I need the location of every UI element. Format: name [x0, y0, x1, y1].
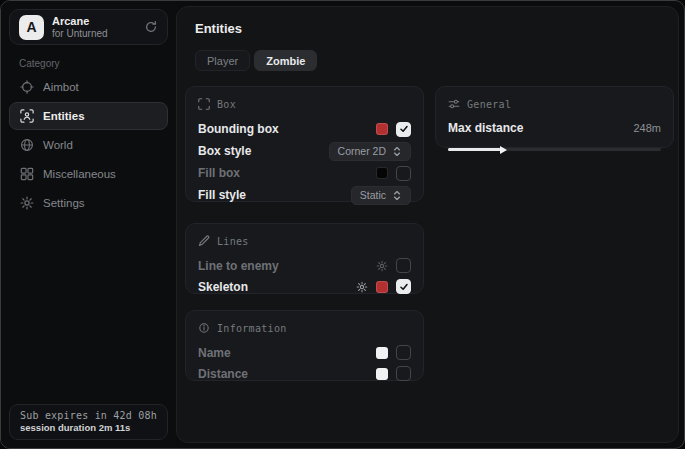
session-duration-text: session duration 2m 11s [20, 422, 157, 433]
brand-subtitle: for Unturned [52, 28, 136, 40]
box-card: Box Bounding box Box style Corner 2D [185, 86, 424, 202]
color-swatch[interactable] [376, 167, 388, 179]
slider-fill [448, 148, 501, 151]
setting-label: Line to enemy [198, 259, 279, 273]
sidebar-item-label: Aimbot [43, 81, 79, 93]
setting-row-fill-style: Fill style Static [198, 184, 411, 206]
chevrons-up-down-icon [392, 190, 402, 201]
fill-style-select[interactable]: Static [351, 186, 411, 205]
color-swatch[interactable] [376, 123, 388, 135]
card-title: General [467, 99, 511, 110]
sliders-icon [448, 98, 460, 110]
setting-row-fill-box: Fill box [198, 162, 411, 184]
brand-title: Arcane [52, 15, 136, 28]
line-settings-gear-icon[interactable] [356, 281, 368, 293]
refresh-icon[interactable] [144, 20, 158, 34]
slider-thumb[interactable] [500, 146, 507, 154]
scan-person-icon [20, 109, 34, 123]
pencil-line-icon [198, 235, 210, 247]
setting-label: Bounding box [198, 122, 279, 136]
setting-label: Max distance [448, 121, 523, 135]
setting-row-line-to-enemy: Line to enemy [198, 255, 411, 276]
page-title: Entities [195, 21, 242, 36]
chevrons-up-down-icon [392, 146, 402, 157]
box-card-header: Box [198, 96, 411, 112]
sidebar: A Arcane for Unturned Category Aimbot [1, 1, 176, 448]
sidebar-item-label: World [43, 139, 73, 151]
subscription-info: Sub expires in 42d 08h session duration … [9, 404, 168, 440]
sidebar-nav: Aimbot Entities World Miscellaneous [9, 73, 168, 217]
scan-frame-icon [198, 98, 210, 110]
color-swatch[interactable] [376, 368, 388, 380]
setting-row-skeleton: Skeleton [198, 276, 411, 297]
color-swatch[interactable] [376, 347, 388, 359]
sidebar-item-entities[interactable]: Entities [9, 102, 168, 130]
setting-label: Fill box [198, 166, 240, 180]
checkbox-unchecked[interactable] [396, 258, 411, 273]
gear-icon [20, 196, 34, 210]
setting-label: Skeleton [198, 280, 248, 294]
setting-row-box-style: Box style Corner 2D [198, 140, 411, 162]
checkbox-unchecked[interactable] [396, 366, 411, 381]
select-value: Static [360, 189, 386, 201]
checkbox-unchecked[interactable] [396, 345, 411, 360]
tab-player[interactable]: Player [195, 50, 250, 71]
box-style-select[interactable]: Corner 2D [329, 142, 411, 161]
brand-logo: A [19, 15, 44, 40]
setting-label: Fill style [198, 188, 246, 202]
general-card-header: General [448, 96, 661, 112]
globe-icon [20, 138, 34, 152]
max-distance-slider[interactable] [448, 145, 661, 153]
information-card-header: Information [198, 320, 411, 336]
tab-zombie[interactable]: Zombie [254, 50, 317, 71]
sidebar-item-world[interactable]: World [9, 131, 168, 159]
crosshair-icon [20, 80, 34, 94]
information-card: Information Name Distance [185, 310, 424, 381]
setting-label: Distance [198, 367, 248, 381]
sidebar-item-miscellaneous[interactable]: Miscellaneous [9, 160, 168, 188]
sidebar-item-settings[interactable]: Settings [9, 189, 168, 217]
general-card: General Max distance 248m [435, 86, 674, 148]
checkbox-checked[interactable] [396, 279, 411, 294]
card-title: Lines [217, 236, 249, 247]
category-label: Category [19, 58, 60, 69]
setting-row-max-distance: Max distance 248m [448, 118, 661, 138]
brand-text: Arcane for Unturned [52, 15, 136, 39]
card-title: Box [217, 99, 236, 110]
brand-card: A Arcane for Unturned [9, 9, 168, 45]
slider-value: 248m [633, 122, 661, 134]
sidebar-item-label: Settings [43, 197, 85, 209]
card-title: Information [217, 323, 287, 334]
brand-initial: A [26, 19, 36, 35]
sidebar-item-label: Entities [43, 110, 85, 122]
info-target-icon [198, 322, 210, 334]
layout-grid-icon [20, 167, 34, 181]
entity-tabs: Player Zombie [195, 50, 317, 71]
color-swatch[interactable] [376, 281, 388, 293]
setting-label: Name [198, 346, 231, 360]
setting-row-name: Name [198, 342, 411, 363]
sidebar-item-aimbot[interactable]: Aimbot [9, 73, 168, 101]
main-panel: Entities Player Zombie Box Bounding box [176, 6, 679, 443]
sidebar-item-label: Miscellaneous [43, 168, 116, 180]
sub-expiry-text: Sub expires in 42d 08h [20, 410, 157, 421]
select-value: Corner 2D [338, 145, 386, 157]
lines-card: Lines Line to enemy Skeleton [185, 223, 424, 294]
app-window: A Arcane for Unturned Category Aimbot [0, 0, 685, 449]
checkbox-checked[interactable] [396, 122, 411, 137]
setting-row-bounding-box: Bounding box [198, 118, 411, 140]
setting-label: Box style [198, 144, 251, 158]
line-settings-gear-icon[interactable] [376, 260, 388, 272]
checkbox-unchecked[interactable] [396, 166, 411, 181]
lines-card-header: Lines [198, 233, 411, 249]
setting-row-distance: Distance [198, 363, 411, 384]
